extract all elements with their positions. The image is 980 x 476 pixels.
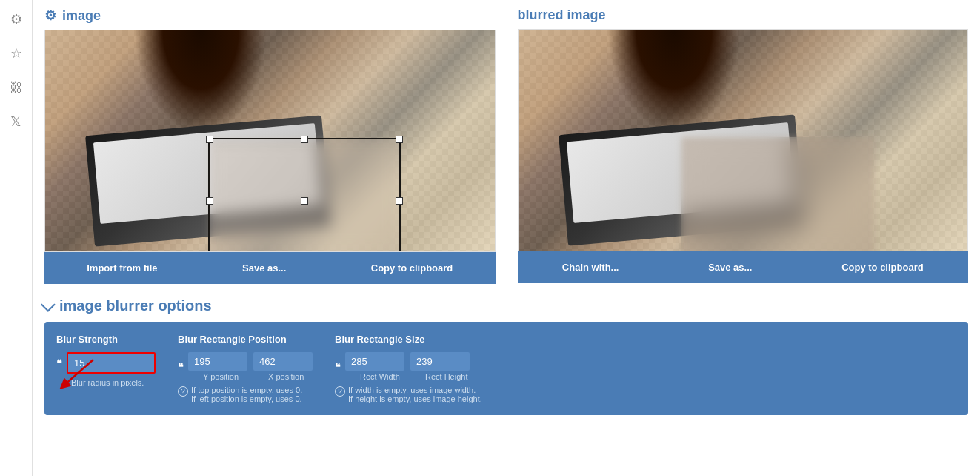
handle-middle-right[interactable] — [396, 197, 403, 205]
position-inputs: Y position X position — [188, 352, 313, 381]
star-icon[interactable]: ☆ — [6, 43, 27, 64]
handle-middle-left[interactable] — [206, 197, 213, 205]
blur-strength-group: Blur Strength ❝ Blur radius in pixels. — [56, 334, 156, 387]
gear-icon[interactable]: ⚙ — [6, 9, 27, 30]
blur-strength-label: Blur Strength — [56, 334, 156, 345]
width-group: Rect Width — [345, 352, 404, 381]
help-icon-size: ? — [335, 386, 345, 397]
blur-area — [210, 139, 399, 252]
main-content: ⚙ image — [33, 0, 980, 476]
save-as-button-left[interactable]: Save as... — [236, 260, 292, 277]
rect-width-label: Rect Width — [360, 372, 404, 381]
twitter-icon[interactable]: 𝕏 — [6, 111, 27, 132]
red-arrow-annotation — [49, 356, 108, 393]
handle-top-left[interactable] — [206, 136, 213, 143]
x-position-label: X position — [268, 372, 313, 381]
size-hint-text: If width is empty, uses image width. If … — [348, 386, 482, 403]
y-position-input[interactable] — [188, 352, 247, 371]
right-image-container[interactable] — [518, 29, 969, 251]
right-toolbar: Chain with... Save as... Copy to clipboa… — [518, 251, 969, 283]
handle-top-middle[interactable] — [301, 136, 308, 143]
right-panel: blurred image Chain with... Save as... C… — [518, 7, 969, 284]
left-image-container[interactable] — [44, 30, 496, 252]
position-hint: ? If top position is empty, uses 0. If l… — [178, 386, 313, 403]
rect-height-label: Rect Height — [425, 372, 470, 381]
options-section: image blurrer options Blur Strength ❝ Bl… — [44, 297, 968, 415]
options-panel: Blur Strength ❝ Blur radius in pixels. — [44, 322, 968, 415]
copy-to-clipboard-button-right[interactable]: Copy to clipboard — [836, 259, 930, 276]
handle-middle-middle[interactable] — [301, 197, 308, 205]
import-from-file-button[interactable]: Import from file — [81, 260, 163, 277]
quote-icon-position: ❝ — [178, 361, 184, 373]
left-panel-title: ⚙ image — [44, 7, 496, 24]
panels-row: ⚙ image — [44, 7, 968, 284]
size-hint: ? If width is empty, uses image width. I… — [335, 386, 482, 403]
blur-rect-position-label: Blur Rectangle Position — [178, 334, 313, 345]
link-icon[interactable]: ⛓ — [6, 77, 27, 98]
options-title: image blurrer options — [44, 297, 968, 314]
blur-rect-position-group: Blur Rectangle Position ❝ Y position X p… — [178, 334, 313, 403]
blur-rect-size-row: ❝ Rect Width Rect Height — [335, 352, 482, 381]
help-icon-position: ? — [178, 386, 188, 397]
rect-width-input[interactable] — [345, 352, 404, 371]
sidebar: ⚙ ☆ ⛓ 𝕏 — [0, 0, 33, 476]
save-as-button-right[interactable]: Save as... — [702, 259, 758, 276]
handle-top-right[interactable] — [396, 136, 403, 143]
blurred-photo-hair — [607, 30, 741, 133]
svg-line-1 — [64, 360, 93, 386]
blur-rect-size-group: Blur Rectangle Size ❝ Rect Width Rect He… — [335, 334, 482, 403]
chain-with-button[interactable]: Chain with... — [556, 259, 625, 276]
blur-rect-size-label: Blur Rectangle Size — [335, 334, 482, 345]
size-inputs: Rect Width Rect Height — [345, 352, 470, 381]
y-position-label: Y position — [203, 372, 247, 381]
selection-box[interactable] — [208, 138, 401, 252]
blur-rect-position-row: ❝ Y position X position — [178, 352, 313, 381]
x-position-group: X position — [253, 352, 313, 381]
left-toolbar: Import from file Save as... Copy to clip… — [44, 252, 496, 284]
blur-hint-container: Blur radius in pixels. — [56, 378, 156, 387]
height-group: Rect Height — [410, 352, 470, 381]
position-hint-text: If top position is empty, uses 0. If lef… — [191, 386, 302, 403]
quote-icon-size: ❝ — [335, 361, 341, 373]
y-position-group: Y position — [188, 352, 247, 381]
gear-icon-title: ⚙ — [44, 7, 56, 24]
blurred-region — [681, 137, 874, 251]
x-position-input[interactable] — [253, 352, 313, 371]
right-panel-title: blurred image — [518, 7, 969, 23]
rect-height-input[interactable] — [410, 352, 470, 371]
left-panel: ⚙ image — [44, 7, 496, 284]
copy-to-clipboard-button-left[interactable]: Copy to clipboard — [365, 260, 459, 277]
photo-hair — [134, 30, 267, 134]
